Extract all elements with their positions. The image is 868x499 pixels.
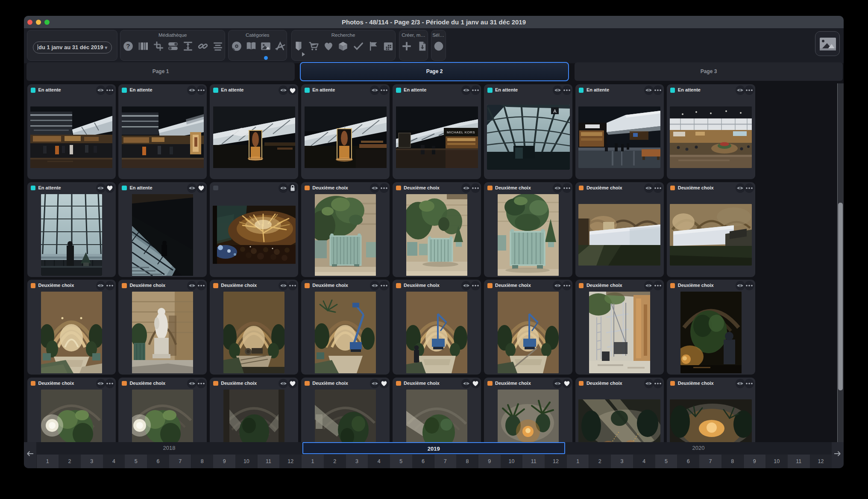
svg-text:A: A bbox=[553, 109, 557, 114]
svg-text:MICHAEL KORS: MICHAEL KORS bbox=[447, 130, 475, 134]
svg-text:?: ? bbox=[126, 42, 130, 50]
